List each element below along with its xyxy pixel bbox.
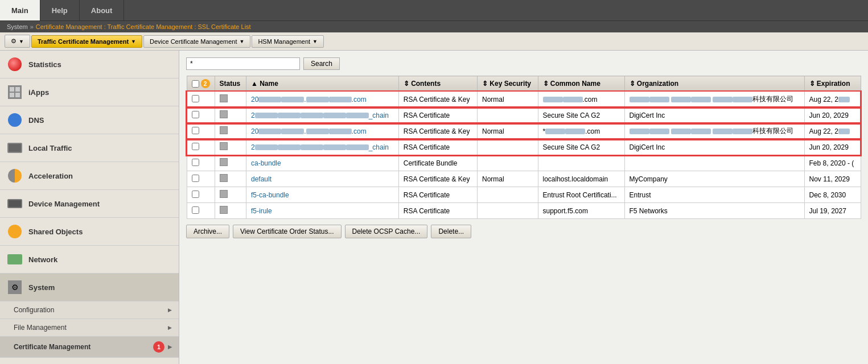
row-select-cell [187, 123, 215, 139]
chart-icon [7, 56, 23, 72]
status-icon [220, 158, 228, 166]
row-common-name-cell [538, 155, 624, 171]
col-name[interactable]: ▲ Name [246, 76, 398, 92]
row-key-security-cell: Normal [478, 171, 538, 187]
sidebar-item-iapps[interactable]: iApps [0, 78, 179, 106]
search-input[interactable] [186, 57, 300, 70]
row-status-cell [215, 171, 246, 187]
row-name-cell: 20████████.████████.com [246, 123, 398, 139]
sidebar-item-local-traffic[interactable]: Local Traffic [0, 134, 179, 162]
cert-name-link[interactable]: 20████████.████████.com [251, 96, 367, 104]
archive-button[interactable]: Archive... [186, 225, 229, 238]
sidebar-label-device-management: Device Management [28, 200, 100, 208]
row-checkbox[interactable] [192, 191, 199, 198]
row-status-cell [215, 107, 246, 123]
sidebar-item-network[interactable]: Network [0, 246, 179, 274]
step-badge: 1 [153, 341, 164, 353]
view-cert-order-button[interactable]: View Certificate Order Status... [233, 225, 342, 238]
sidebar-submenu: Configuration ▶ File Management ▶ Certif… [0, 301, 179, 358]
sidebar-item-acceleration[interactable]: Acceleration [0, 162, 179, 190]
sidebar-item-shared-objects[interactable]: Shared Objects [0, 218, 179, 246]
table-row: 2████████████████████_chainRSA Certifica… [187, 139, 861, 155]
sidebar-item-statistics[interactable]: Statistics [0, 51, 179, 78]
sidebar-label-system: System [28, 283, 55, 292]
col-common-name[interactable]: ⇕ Common Name [538, 76, 624, 92]
gear-icon: ⚙ [11, 38, 17, 45]
status-icon [220, 110, 228, 118]
row-status-cell [215, 123, 246, 139]
col-select[interactable]: 2 [187, 76, 215, 92]
row-expiration-cell: Jul 19, 2027 [804, 203, 861, 219]
row-select-cell [187, 139, 215, 155]
cert-name-link[interactable]: 2████████████████████_chain [251, 143, 389, 151]
row-checkbox[interactable] [192, 143, 199, 150]
row-key-security-cell: Normal [478, 123, 538, 139]
col-expiration[interactable]: ⇕ Expiration [804, 76, 861, 92]
row-status-cell [215, 92, 246, 107]
row-name-cell: ca-bundle [246, 155, 398, 171]
tab-help[interactable]: Help [40, 0, 80, 20]
bc-path[interactable]: Certificate Management : Traffic Certifi… [36, 23, 251, 30]
shared-objects-icon [7, 224, 23, 239]
table-row: ca-bundleCertificate BundleFeb 8, 2020 -… [187, 155, 861, 171]
row-common-name-cell: support.f5.com [538, 203, 624, 219]
sidebar-item-device-management[interactable]: Device Management [0, 190, 179, 218]
dns-icon [7, 112, 23, 128]
delete-ocsp-cache-button[interactable]: Delete OCSP Cache... [345, 225, 428, 238]
row-checkbox[interactable] [192, 127, 199, 134]
row-contents-cell: RSA Certificate [398, 187, 477, 203]
cert-name-link[interactable]: 2████████████████████_chain [251, 111, 389, 119]
delete-button[interactable]: Delete... [431, 225, 471, 238]
status-icon [220, 206, 228, 214]
local-traffic-icon [7, 140, 23, 156]
select-all-checkbox[interactable] [192, 80, 199, 88]
table-row: 20████████.████████.comRSA Certificate &… [187, 123, 861, 139]
submenu-configuration-arrow: ▶ [168, 307, 172, 313]
row-select-cell [187, 155, 215, 171]
traffic-cert-mgmt-tab[interactable]: Traffic Certificate Management ▼ [31, 35, 142, 48]
footer-buttons: Archive... View Certificate Order Status… [186, 225, 861, 238]
cert-name-link[interactable]: f5-ca-bundle [251, 191, 289, 199]
sidebar-label-local-traffic: Local Traffic [28, 144, 72, 152]
sidebar: Statistics iApps DNS Local Traffic Accel… [0, 51, 179, 364]
row-contents-cell: RSA Certificate [398, 107, 477, 123]
row-expiration-cell: Dec 8, 2030 [804, 187, 861, 203]
cert-name-link[interactable]: default [251, 175, 271, 183]
tab-about[interactable]: About [80, 0, 125, 20]
row-checkbox[interactable] [192, 206, 199, 214]
col-organization[interactable]: ⇕ Organization [624, 76, 804, 92]
tab-main[interactable]: Main [0, 0, 40, 20]
row-organization-cell: DigiCert Inc [624, 107, 804, 123]
row-checkbox[interactable] [192, 159, 199, 166]
submenu-configuration[interactable]: Configuration ▶ [0, 301, 179, 319]
row-key-security-cell [478, 155, 538, 171]
top-navigation: Main Help About [0, 0, 868, 20]
device-cert-mgmt-tab[interactable]: Device Certificate Management ▼ [143, 35, 250, 48]
sidebar-item-dns[interactable]: DNS [0, 106, 179, 134]
status-icon [220, 174, 228, 182]
row-checkbox[interactable] [192, 111, 199, 118]
row-select-cell [187, 171, 215, 187]
row-expiration-cell: Jun 20, 2029 [804, 107, 861, 123]
col-contents[interactable]: ⇕ Contents [398, 76, 477, 92]
submenu-cert-mgmt-arrow: ▶ [168, 344, 172, 350]
col-status[interactable]: Status [215, 76, 246, 92]
row-name-cell: f5-ca-bundle [246, 187, 398, 203]
cert-name-link[interactable]: f5-irule [251, 207, 272, 215]
sidebar-label-shared-objects: Shared Objects [28, 228, 83, 236]
search-button[interactable]: Search [303, 57, 340, 70]
content-area: Search 2 Status ▲ Name [179, 51, 868, 364]
gear-button[interactable]: ⚙ ▼ [5, 35, 30, 48]
row-name-cell: default [246, 171, 398, 187]
cert-name-link[interactable]: ca-bundle [251, 159, 281, 167]
cert-name-link[interactable]: 20████████.████████.com [251, 127, 367, 135]
submenu-file-management[interactable]: File Management ▶ [0, 319, 179, 337]
hsm-mgmt-tab[interactable]: HSM Management ▼ [252, 35, 324, 48]
row-checkbox[interactable] [192, 175, 199, 182]
row-checkbox[interactable] [192, 95, 199, 102]
sidebar-item-system[interactable]: ⚙ System [0, 274, 179, 301]
row-common-name-cell: Entrust Root Certificati... [538, 187, 624, 203]
row-key-security-cell [478, 187, 538, 203]
col-key-security[interactable]: ⇕ Key Security [478, 76, 538, 92]
submenu-certificate-management[interactable]: Certificate Management 1 ▶ [0, 337, 179, 358]
